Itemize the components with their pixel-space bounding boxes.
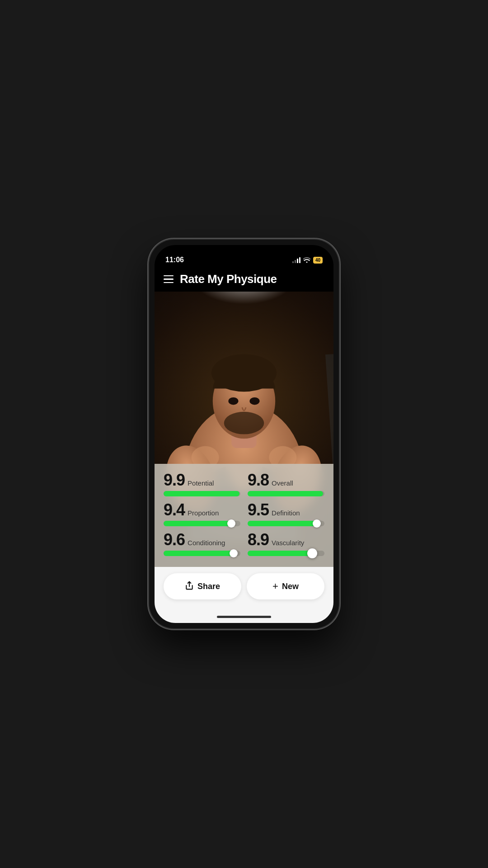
scores-overlay: 9.9 Potential 9.8 Overall: [155, 464, 333, 567]
vascularity-value: 8.9: [248, 532, 269, 548]
definition-value: 9.5: [248, 502, 269, 518]
conditioning-label: Conditioning: [188, 539, 225, 547]
definition-bar-track: [248, 521, 324, 526]
potential-bar-fill: [164, 491, 239, 496]
status-icons: 40: [292, 257, 323, 264]
new-button[interactable]: + New: [247, 573, 324, 599]
definition-bar-fill: [248, 521, 318, 526]
share-icon: [185, 581, 194, 592]
overall-bar-fill: [248, 491, 323, 496]
overall-bar-track: [248, 491, 324, 496]
potential-bar-track: [164, 491, 240, 496]
svg-point-8: [224, 412, 264, 434]
share-button[interactable]: Share: [164, 573, 241, 599]
proportion-label: Proportion: [188, 509, 219, 517]
conditioning-bar-track: [164, 551, 240, 556]
score-vascularity: 8.9 Vascularity: [248, 532, 324, 556]
phone-frame: 11:06 40 Rate My Physique: [149, 240, 339, 628]
signal-icon: [292, 257, 300, 263]
plus-icon: +: [272, 580, 278, 592]
potential-label: Potential: [188, 479, 214, 487]
score-conditioning: 9.6 Conditioning: [164, 532, 240, 556]
potential-value: 9.9: [164, 472, 185, 488]
score-potential: 9.9 Potential: [164, 472, 240, 496]
score-overall: 9.8 Overall: [248, 472, 324, 496]
app-title: Rate My Physique: [180, 272, 277, 286]
conditioning-value: 9.6: [164, 532, 185, 548]
home-indicator-bar: [217, 616, 271, 618]
dynamic-island: [217, 251, 271, 267]
vascularity-label: Vascularity: [272, 539, 304, 547]
new-label: New: [282, 582, 299, 591]
battery-icon: 40: [313, 257, 323, 264]
image-area: 9.9 Potential 9.8 Overall: [155, 292, 333, 567]
status-time: 11:06: [165, 256, 184, 264]
phone-screen: 11:06 40 Rate My Physique: [155, 245, 333, 623]
home-indicator: [155, 610, 333, 623]
scores-grid: 9.9 Potential 9.8 Overall: [164, 472, 324, 560]
overall-label: Overall: [272, 479, 293, 487]
conditioning-bar-fill: [164, 551, 235, 556]
app-header: Rate My Physique: [155, 269, 333, 292]
bottom-actions: Share + New: [155, 567, 333, 610]
proportion-value: 9.4: [164, 502, 185, 518]
proportion-bar-fill: [164, 521, 233, 526]
menu-button[interactable]: [164, 275, 174, 283]
vascularity-bar-track: [248, 551, 324, 556]
share-label: Share: [197, 582, 220, 591]
overall-value: 9.8: [248, 472, 269, 488]
definition-label: Definition: [272, 509, 300, 517]
physique-image: 9.9 Potential 9.8 Overall: [155, 292, 333, 567]
score-definition: 9.5 Definition: [248, 502, 324, 526]
wifi-icon: [303, 257, 310, 263]
svg-point-6: [228, 397, 238, 405]
svg-point-7: [249, 397, 259, 405]
vascularity-bar-fill: [248, 551, 314, 556]
proportion-bar-track: [164, 521, 240, 526]
score-proportion: 9.4 Proportion: [164, 502, 240, 526]
